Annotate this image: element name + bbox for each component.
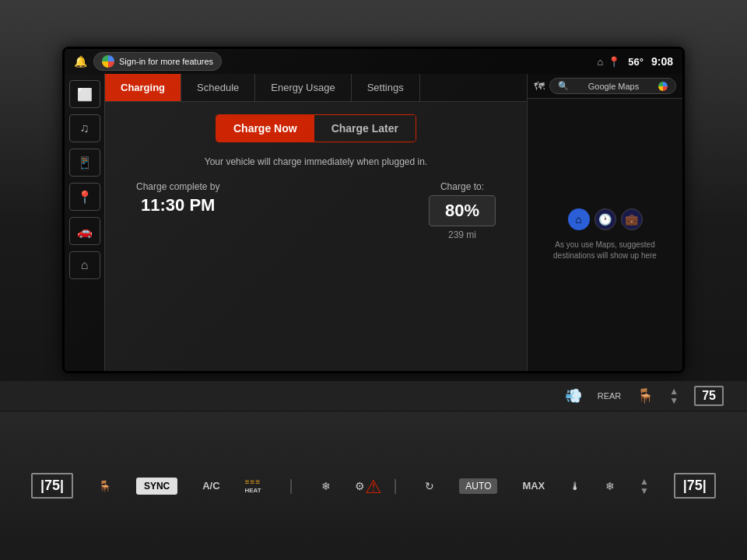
maps-nav-icons: ⌂ 🕐 💼 bbox=[568, 208, 643, 230]
heat-button[interactable]: ≡≡≡ HEAT bbox=[244, 478, 261, 494]
charge-now-button[interactable]: Charge Now bbox=[216, 115, 314, 142]
maps-recent-icon[interactable]: 🕐 bbox=[594, 208, 616, 230]
right-temp-arrows: ▲ ▼ bbox=[669, 387, 679, 405]
fan-rear-icon: 💨 bbox=[565, 387, 582, 404]
right-down-arrow[interactable]: ▼ bbox=[640, 486, 649, 495]
right-up-arrow[interactable]: ▲ bbox=[640, 477, 649, 486]
temperature-display: 56° bbox=[628, 56, 644, 68]
location-sidebar-icon: 📍 bbox=[77, 190, 93, 205]
heat-lines-icon: ≡≡≡ bbox=[245, 478, 261, 486]
maps-suggestion-text: As you use Maps, suggested destinations … bbox=[540, 240, 670, 261]
seat-heat-icon: 🪑 bbox=[637, 387, 654, 404]
charge-percent-control[interactable]: 80% bbox=[429, 195, 496, 226]
center-content: Charging Schedule Energy Usage Settings bbox=[105, 74, 527, 371]
sync-button[interactable]: SYNC bbox=[136, 478, 177, 495]
location-top-icon[interactable]: 📍 bbox=[608, 56, 620, 68]
tab-settings[interactable]: Settings bbox=[352, 74, 420, 101]
recirculate-icon[interactable]: ↻ bbox=[425, 480, 434, 492]
seat-group: 🪑 bbox=[98, 480, 111, 492]
charge-complete-time: 11:30 PM bbox=[141, 195, 215, 215]
rear-label: REAR bbox=[598, 391, 622, 401]
top-bar-right: ⌂ 📍 56° 9:08 bbox=[597, 55, 673, 68]
alert-triangle-icon[interactable]: ⚠ bbox=[365, 476, 382, 498]
charge-later-button[interactable]: Charge Later bbox=[314, 115, 416, 142]
heat-label: HEAT bbox=[244, 487, 261, 494]
car-sidebar-icon: 🚗 bbox=[77, 224, 93, 239]
phone-sidebar-icon: 📱 bbox=[77, 156, 93, 170]
right-arrows-group: ▲ ▼ bbox=[640, 477, 649, 495]
left-sidebar: ⬜ ♫ 📱 📍 🚗 ⌂ bbox=[65, 74, 105, 371]
left-temp-group: |75| bbox=[31, 473, 73, 499]
sidebar-item-screen[interactable]: ⬜ bbox=[69, 80, 100, 108]
charge-to-label: Charge to: bbox=[440, 181, 484, 192]
charge-description: Your vehicle will charge immediately whe… bbox=[121, 153, 511, 170]
google-icon bbox=[102, 55, 114, 68]
maps-search-label: Google Maps bbox=[572, 82, 655, 91]
maps-search-box[interactable]: 🔍 Google Maps bbox=[549, 78, 676, 94]
hvac-top-row: 💨 REAR 🪑 ▲ ▼ 75 bbox=[0, 381, 747, 411]
maps-panel: 🗺 🔍 Google Maps ⌂ 🕐 💼 As bbox=[527, 74, 682, 371]
defrost-icon[interactable]: 🌡 bbox=[570, 480, 580, 492]
left-temp-display: |75| bbox=[31, 473, 73, 499]
tab-schedule[interactable]: Schedule bbox=[181, 74, 255, 101]
seat-icon[interactable]: 🪑 bbox=[98, 480, 111, 492]
maps-header: 🗺 🔍 Google Maps bbox=[528, 74, 682, 99]
tabs-container: Charging Schedule Energy Usage Settings bbox=[105, 74, 527, 102]
music-sidebar-icon: ♫ bbox=[80, 121, 89, 135]
screen-sidebar-icon: ⬜ bbox=[77, 87, 93, 102]
charge-complete-label: Charge complete by bbox=[136, 181, 219, 192]
sidebar-item-car[interactable]: 🚗 bbox=[69, 217, 100, 245]
charge-mode-toggle: Charge Now Charge Later bbox=[216, 114, 416, 142]
top-bar-left: 🔔 Sign-in for more features bbox=[74, 52, 222, 71]
top-bar-icons: ⌂ 📍 bbox=[597, 56, 620, 68]
maps-content: ⌂ 🕐 💼 As you use Maps, suggested destina… bbox=[528, 99, 682, 371]
charge-range: 239 mi bbox=[448, 229, 476, 240]
clock-display: 9:08 bbox=[651, 55, 673, 68]
charging-content: Charge Now Charge Later Your vehicle wil… bbox=[105, 102, 527, 371]
top-bar: 🔔 Sign-in for more features ⌂ 📍 56° 9:08 bbox=[65, 49, 682, 74]
car-bezel: 🔔 Sign-in for more features ⌂ 📍 56° 9:08 bbox=[0, 0, 747, 560]
charge-to-section: Charge to: 80% 239 mi bbox=[429, 181, 496, 240]
divider-1: | bbox=[289, 477, 293, 495]
charge-complete-section: Charge complete by 11:30 PM bbox=[136, 181, 219, 215]
bottom-controls: 💨 REAR 🪑 ▲ ▼ 75 |75| 🪑 bbox=[0, 381, 747, 560]
right-temp-down[interactable]: ▼ bbox=[669, 396, 679, 405]
ac-button[interactable]: A/C bbox=[202, 480, 219, 492]
signin-label: Sign-in for more features bbox=[119, 57, 213, 66]
notification-bell-icon[interactable]: 🔔 bbox=[74, 55, 87, 68]
maps-work-icon[interactable]: 💼 bbox=[621, 208, 643, 230]
auto-button[interactable]: AUTO bbox=[459, 478, 497, 494]
maps-home-icon[interactable]: ⌂ bbox=[568, 208, 590, 230]
right-temp-box: |75| bbox=[674, 473, 716, 499]
screen: 🔔 Sign-in for more features ⌂ 📍 56° 9:08 bbox=[65, 49, 682, 371]
divider-2: | bbox=[393, 477, 397, 495]
right-temp-display: 75 bbox=[694, 386, 724, 406]
map-icon: 🗺 bbox=[534, 80, 545, 93]
auto-fan-icon[interactable]: ⚙ bbox=[355, 480, 365, 492]
tab-energy-usage[interactable]: Energy Usage bbox=[255, 74, 351, 101]
tab-charging[interactable]: Charging bbox=[105, 74, 181, 101]
sidebar-item-music[interactable]: ♫ bbox=[69, 114, 100, 142]
max-button[interactable]: MAX bbox=[522, 480, 545, 492]
fan-icon[interactable]: ❄ bbox=[321, 480, 331, 492]
main-content: ⬜ ♫ 📱 📍 🚗 ⌂ bbox=[65, 74, 682, 371]
charge-info-row: Charge complete by 11:30 PM Charge to: 8… bbox=[121, 181, 511, 240]
home-top-icon[interactable]: ⌂ bbox=[597, 56, 603, 68]
signin-button[interactable]: Sign-in for more features bbox=[93, 52, 222, 71]
sidebar-item-location[interactable]: 📍 bbox=[69, 183, 100, 211]
home-sidebar-icon: ⌂ bbox=[81, 258, 89, 272]
right-temp-value: 75 bbox=[702, 389, 716, 402]
maps-google-icon bbox=[658, 82, 668, 91]
rear-defrost-icon[interactable]: ❄ bbox=[605, 480, 615, 492]
sidebar-item-home[interactable]: ⌂ bbox=[69, 251, 100, 279]
search-icon: 🔍 bbox=[558, 81, 569, 91]
screen-container: 🔔 Sign-in for more features ⌂ 📍 56° 9:08 bbox=[62, 47, 685, 373]
sidebar-item-phone[interactable]: 📱 bbox=[69, 149, 100, 177]
